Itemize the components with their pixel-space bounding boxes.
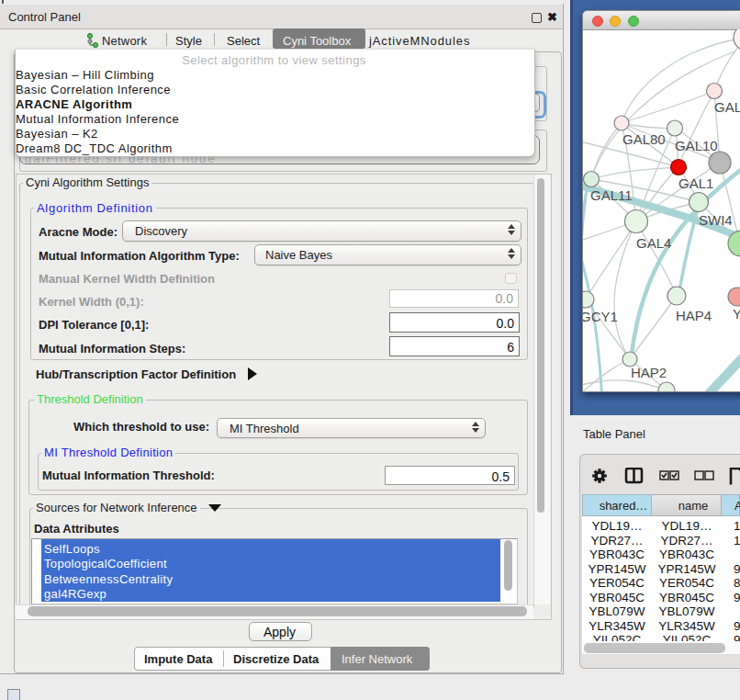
svg-text:Y: Y — [733, 306, 740, 322]
svg-text:GCY1: GCY1 — [583, 309, 618, 324]
svg-text:GAL10: GAL10 — [675, 138, 718, 153]
svg-text:GAL11: GAL11 — [590, 187, 633, 203]
svg-text:HAP2: HAP2 — [631, 365, 667, 380]
svg-text:HAP4: HAP4 — [676, 308, 712, 323]
svg-text:GAL80: GAL80 — [622, 131, 666, 147]
svg-text:GAL7: GAL7 — [714, 99, 740, 115]
svg-text:GAL1: GAL1 — [678, 175, 713, 191]
svg-text:SWI4: SWI4 — [699, 212, 733, 228]
svg-text:GAL4: GAL4 — [636, 235, 671, 251]
